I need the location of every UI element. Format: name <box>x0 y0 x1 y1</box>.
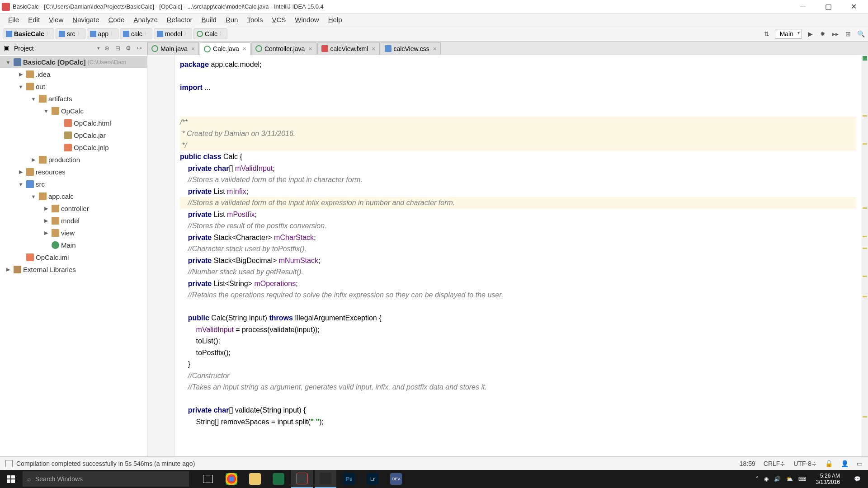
code-line[interactable]: private List mInfix; <box>180 186 856 197</box>
menu-navigate[interactable]: Navigate <box>68 14 104 25</box>
code-line[interactable]: //Number stack used by getResult(). <box>180 266 856 278</box>
tree-node-out[interactable]: ▼out <box>0 80 147 93</box>
menu-run[interactable]: Run <box>221 14 243 25</box>
weather-icon[interactable]: ⛅ <box>786 476 793 482</box>
close-icon[interactable]: × <box>372 45 375 52</box>
tab-calc-java[interactable]: Calc.java× <box>200 42 250 55</box>
autoscroll-icon[interactable]: ⊕ <box>103 44 111 52</box>
close-button[interactable]: ✕ <box>845 1 862 12</box>
code-line[interactable]: //Retains the operations required to sol… <box>180 289 856 301</box>
windows-search-input[interactable]: ⌕ Search Windows <box>23 471 189 487</box>
code-line[interactable]: private char[] mValidInput; <box>180 163 856 174</box>
tab-controller-java[interactable]: Controller.java× <box>251 42 316 55</box>
sync-icon[interactable]: ⇅ <box>762 29 771 38</box>
tree-node-external-libraries[interactable]: ▶External Libraries <box>0 263 147 276</box>
wifi-icon[interactable]: ◉ <box>764 476 769 482</box>
project-tree[interactable]: ▼BasicCalc [OpCalc](C:\Users\Dam▶.idea▼o… <box>0 55 147 456</box>
run-configuration-selector[interactable]: Main <box>775 29 802 39</box>
line-separator[interactable]: CRLF≑ <box>764 460 786 467</box>
photoshop-app[interactable]: Ps <box>338 470 360 488</box>
notifications-button[interactable]: 💬 <box>849 470 865 488</box>
editor-gutter[interactable] <box>147 55 175 456</box>
breadcrumb-model[interactable]: model <box>154 28 192 39</box>
code-line[interactable] <box>180 70 856 82</box>
gear-icon[interactable]: ⚙ <box>124 44 132 52</box>
tree-node-opcalc-jnlp[interactable]: OpCalc.jnlp <box>0 141 147 154</box>
code-line[interactable] <box>180 301 856 313</box>
tray-expand-icon[interactable]: ˄ <box>756 476 759 482</box>
code-line[interactable]: //Stores the result of the postfix conve… <box>180 220 856 232</box>
maximize-button[interactable]: ▢ <box>820 1 836 12</box>
code-line[interactable]: //Character stack used by toPostfix(). <box>180 243 856 255</box>
collapse-icon[interactable]: ⊟ <box>113 44 122 52</box>
breadcrumb-calc[interactable]: Calc <box>193 28 227 39</box>
code-line[interactable] <box>180 393 856 405</box>
file-encoding[interactable]: UTF-8≑ <box>793 460 817 467</box>
tree-node-basiccalc-opcalc-[interactable]: ▼BasicCalc [OpCalc](C:\Users\Dam <box>0 56 147 68</box>
tree-node-production[interactable]: ▶production <box>0 154 147 166</box>
tab-main-java[interactable]: Main.java× <box>147 42 199 55</box>
menu-edit[interactable]: Edit <box>24 14 44 25</box>
warning-marker[interactable] <box>863 248 867 249</box>
close-icon[interactable]: × <box>243 45 246 52</box>
menu-tools[interactable]: Tools <box>242 14 267 25</box>
warning-marker[interactable] <box>863 276 867 277</box>
tree-node--idea[interactable]: ▶.idea <box>0 68 147 80</box>
analysis-status-icon[interactable] <box>863 56 867 61</box>
code-line[interactable]: private char[] validate(String input) { <box>180 404 856 416</box>
code-line[interactable] <box>180 105 856 117</box>
tree-node-resources[interactable]: ▶resources <box>0 166 147 178</box>
code-line[interactable]: * Created by Damian on 3/11/2016. <box>180 128 856 140</box>
code-editor[interactable]: package app.calc.model; import ... /** *… <box>175 55 862 456</box>
tree-node-artifacts[interactable]: ▼artifacts <box>0 93 147 105</box>
code-line[interactable]: private Stack<BigDecimal> mNumStack; <box>180 255 856 267</box>
code-line[interactable] <box>180 94 856 105</box>
status-icon[interactable] <box>5 460 13 467</box>
warning-marker[interactable] <box>863 115 867 117</box>
structure-button[interactable]: ⊞ <box>844 29 853 38</box>
breadcrumb-app[interactable]: app <box>87 28 118 39</box>
tab-calcview-fxml[interactable]: calcView.fxml× <box>317 42 380 55</box>
devcpp-app[interactable]: DEV <box>385 470 407 488</box>
tree-node-src[interactable]: ▼src <box>0 178 147 190</box>
code-line[interactable]: */ <box>180 140 856 151</box>
code-line[interactable]: private Stack<Character> mCharStack; <box>180 232 856 244</box>
code-line[interactable]: package app.calc.model; <box>180 59 856 70</box>
terminal-app[interactable] <box>315 470 336 488</box>
volume-icon[interactable]: 🔊 <box>774 476 781 482</box>
tree-node-opcalc-iml[interactable]: OpCalc.iml <box>0 251 147 263</box>
code-line[interactable]: String[] removeSpaces = input.split(" ")… <box>180 416 856 428</box>
tree-node-model[interactable]: ▶model <box>0 215 147 227</box>
intellij-app[interactable] <box>291 470 313 488</box>
menu-view[interactable]: View <box>44 14 68 25</box>
chrome-app[interactable] <box>221 470 242 488</box>
keyboard-icon[interactable]: ⌨ <box>798 476 806 482</box>
close-icon[interactable]: × <box>308 45 312 52</box>
menu-analyze[interactable]: Analyze <box>129 14 162 25</box>
code-line[interactable]: public class Calc { <box>180 151 856 163</box>
memory-indicator[interactable]: ▭ <box>857 460 863 467</box>
cursor-position[interactable]: 18:59 <box>740 460 755 467</box>
code-line[interactable]: mValidInput = process(validate(input)); <box>180 324 856 336</box>
menu-help[interactable]: Help <box>324 14 347 25</box>
code-line[interactable]: //Stores a validated form of the input i… <box>180 174 856 186</box>
warning-marker[interactable] <box>863 143 867 145</box>
tree-node-opcalc-html[interactable]: OpCalc.html <box>0 117 147 129</box>
code-line[interactable]: toList(); <box>180 335 856 347</box>
warning-marker[interactable] <box>863 236 867 237</box>
coverage-button[interactable]: ▸▸ <box>831 29 840 38</box>
code-line[interactable]: private List mPostfix; <box>180 209 856 221</box>
menu-window[interactable]: Window <box>290 14 323 25</box>
task-view-button[interactable] <box>197 470 219 488</box>
warning-marker[interactable] <box>863 416 867 418</box>
code-line[interactable]: public Calc(String input) throws Illegal… <box>180 312 856 324</box>
project-panel-header[interactable]: ▣ Project ▾ ⊕ ⊟ ⚙ ↦ <box>0 42 147 55</box>
tree-node-opcalc-jar[interactable]: OpCalc.jar <box>0 129 147 141</box>
breadcrumb-calc[interactable]: calc <box>120 28 152 39</box>
code-line[interactable]: private List<String> mOperations; <box>180 278 856 290</box>
code-line[interactable]: //Stores a validated form of the input i… <box>180 197 856 209</box>
tab-calcview-css[interactable]: calcView.css× <box>381 42 441 55</box>
tree-node-app-calc[interactable]: ▼app.calc <box>0 190 147 202</box>
menu-file[interactable]: File <box>4 14 24 25</box>
menu-code[interactable]: Code <box>104 14 129 25</box>
